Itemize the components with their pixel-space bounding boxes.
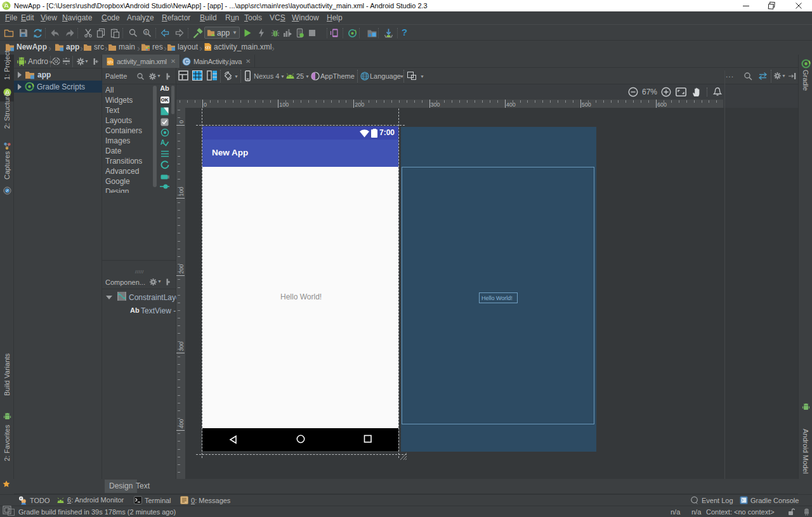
svg-text:C: C [185, 58, 189, 65]
svg-text:A: A [160, 139, 165, 146]
svg-text:a: a [145, 30, 147, 34]
